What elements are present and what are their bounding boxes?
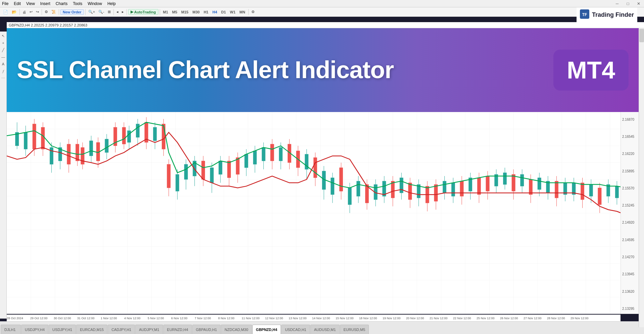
svg-rect-179 (486, 176, 489, 191)
zoom-out-button[interactable]: 🔍- (97, 8, 106, 16)
svg-rect-169 (408, 183, 412, 200)
symbol-info-text: GBPNZD,H4 2.20225 2.20979 2.20157 2.2086… (9, 23, 87, 27)
close-button[interactable]: ✕ (633, 0, 644, 7)
redo-button[interactable]: ↪ (35, 8, 40, 16)
tf-m1[interactable]: M1 (161, 10, 170, 14)
time-label-18: 20 Nov 12:00 (406, 317, 424, 320)
tab-eurcad-m15[interactable]: EURCAD,M15 (76, 325, 107, 334)
svg-rect-185 (555, 181, 558, 198)
open-button[interactable]: 📂 (10, 8, 18, 16)
separator-6 (127, 9, 127, 15)
time-label-16: 18 Nov 12:00 (359, 317, 377, 320)
tab-djlh1[interactable]: DJLH1 (1, 325, 21, 334)
time-label-5: 1 Nov 12:00 (101, 317, 117, 320)
open-icon: 📂 (11, 9, 17, 15)
tab-cadjpy-h1[interactable]: CADJPY,H1 (108, 325, 135, 334)
menu-view[interactable]: View (26, 1, 35, 6)
scrollbar-thumb[interactable] (639, 29, 644, 42)
scripts-button[interactable]: 📜 (50, 8, 57, 16)
minimize-button[interactable]: ─ (612, 0, 623, 7)
text-tool[interactable]: A (0, 61, 6, 67)
menu-charts[interactable]: Charts (56, 1, 67, 6)
svg-rect-83 (176, 174, 179, 191)
svg-rect-181 (512, 174, 515, 191)
autotrading-button[interactable]: ▶ AutoTrading (128, 9, 158, 15)
svg-rect-61 (153, 127, 157, 141)
tab-usdjpy-h1[interactable]: USDJPY,H1 (49, 325, 76, 334)
zoom-in-button[interactable]: 🔍+ (87, 8, 96, 16)
trading-finder-icon: TF (580, 9, 589, 20)
svg-rect-67 (67, 144, 70, 164)
more-tools[interactable]: ⋯ (0, 75, 6, 81)
tf-m30[interactable]: M30 (191, 10, 201, 14)
tab-gbpaud-h1[interactable]: GBPAUD,H1 (192, 325, 221, 334)
time-label-25: 29 Nov 12:00 (571, 317, 589, 320)
tab-audusd-m1[interactable]: AUDUSD,M1 (310, 325, 340, 334)
svg-rect-183 (529, 179, 532, 194)
tf-mn[interactable]: MN (238, 10, 247, 14)
menu-edit[interactable]: Edit (14, 1, 21, 6)
svg-rect-177 (477, 178, 481, 194)
svg-rect-153 (589, 184, 593, 196)
svg-rect-89 (210, 168, 213, 183)
scroll-left-button[interactable]: ◂ (115, 8, 120, 16)
svg-rect-123 (357, 181, 360, 196)
time-label-8: 6 Nov 12:00 (171, 317, 188, 320)
left-toolbar: ↖ + ╱ — A 𝑓 ⋯ (0, 32, 7, 319)
banner: SSL Channel Chart Alert Indicator MT4 (7, 28, 639, 112)
tf-m15[interactable]: M15 (180, 10, 190, 14)
tab-usdjpy-h4[interactable]: USDJPY,H4 (21, 325, 48, 334)
tab-usdcad-h1[interactable]: USDCAD,H1 (281, 325, 310, 334)
cursor-tool[interactable]: ↖ (0, 33, 6, 39)
tf-h1[interactable]: H1 (202, 10, 210, 14)
time-axis: 28 Oct 2024 29 Oct 12:00 30 Oct 12:00 31… (7, 315, 621, 321)
svg-rect-135 (451, 183, 455, 196)
tf-w1[interactable]: W1 (228, 10, 237, 14)
svg-rect-119 (331, 178, 334, 194)
scroll-right-button[interactable]: ▸ (120, 8, 125, 16)
tab-eurusd-m5[interactable]: EURUSD,M5 (340, 325, 369, 334)
time-label-14: 14 Nov 12:00 (312, 317, 330, 320)
crosshair-tool[interactable]: + (0, 40, 6, 46)
tab-eurnzd-h4[interactable]: EURNZD,H4 (163, 325, 192, 334)
svg-rect-97 (262, 148, 265, 161)
time-label-4: 31 Oct 12:00 (77, 317, 95, 320)
separator-5 (113, 9, 114, 15)
banner-title: SSL Channel Chart Alert Indicator (17, 57, 547, 83)
tf-d1[interactable]: D1 (219, 10, 228, 14)
tab-nzdcad-m30[interactable]: NZDCAD,M30 (221, 325, 252, 334)
tf-m5[interactable]: M5 (170, 10, 179, 14)
svg-rect-63 (33, 124, 36, 149)
menu-help[interactable]: Help (107, 1, 116, 6)
trading-finder-text: Trading Finder (592, 11, 634, 18)
new-order-button[interactable]: New Order (60, 9, 84, 15)
svg-rect-143 (521, 174, 524, 186)
menu-insert[interactable]: Insert (40, 1, 50, 6)
fit-button[interactable]: ⊞ (106, 8, 112, 16)
svg-rect-109 (270, 144, 274, 161)
maximize-button[interactable]: □ (623, 0, 633, 7)
menu-tools[interactable]: Tools (73, 1, 82, 6)
tf-h4[interactable]: H4 (211, 10, 219, 14)
undo-button[interactable]: ↩ (28, 8, 34, 16)
menu-file[interactable]: File (2, 1, 8, 6)
tab-gbpnzd-h4[interactable]: GBPNZD,H4 (252, 325, 281, 334)
svg-rect-105 (227, 161, 231, 178)
separator-7 (160, 9, 160, 15)
fibonacci-tool[interactable]: 𝑓 (0, 68, 6, 74)
print-button[interactable]: 🖨 (21, 8, 28, 16)
experts-button[interactable]: ⚙ (43, 8, 49, 16)
new-chart-icon: 📄 (3, 9, 8, 15)
symbol-bar: GBPNZD,H4 2.20225 2.20979 2.20157 2.2086… (7, 22, 644, 28)
menu-window[interactable]: Window (88, 1, 102, 6)
hline-tool[interactable]: — (0, 54, 6, 60)
vertical-scrollbar[interactable] (639, 28, 644, 327)
tab-audjpy-m1[interactable]: AUDJPY,M1 (135, 325, 163, 334)
svg-rect-55 (105, 139, 108, 153)
settings-button[interactable]: ⚙ (250, 8, 256, 16)
time-label-17: 19 Nov 12:00 (383, 317, 401, 320)
separator-4 (85, 9, 86, 15)
line-tool[interactable]: ╱ (0, 47, 6, 53)
svg-text:TF: TF (582, 12, 587, 17)
new-chart-button[interactable]: 📄 (1, 8, 9, 16)
